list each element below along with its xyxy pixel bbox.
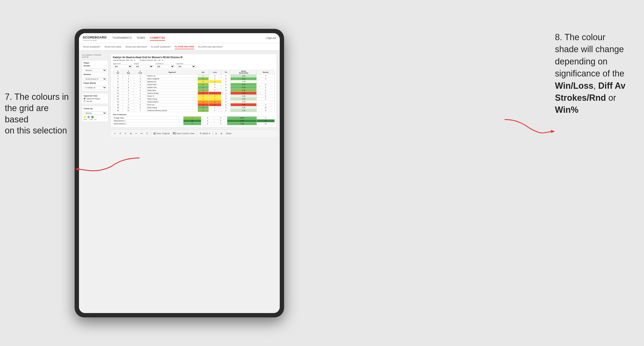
timer-button[interactable]: ⏱ (145, 132, 149, 135)
out-of-division-table: Foreign Team 1 0 0 4.500 2 NAIA Division… (113, 116, 275, 125)
sidebar-player-section: Player Gender Women's Division NCAA Divi… (82, 60, 108, 91)
sidebar-colour-section: Colour by Win/loss Down Level Up (82, 106, 108, 122)
sign-out-link[interactable]: | Sign out (266, 37, 276, 39)
opponent-filter: Opponent (All) (176, 63, 196, 68)
last-updated: Last Updated: 27/03/2024 16:55:38 (82, 54, 108, 58)
divider-1 (151, 132, 151, 135)
sub-nav-team-h2h-grid[interactable]: TEAM H2H GRID (104, 45, 121, 49)
table-row: 1311 Jessica Huang 0 1 0 -3.00 2 (113, 92, 275, 95)
content-area: Katelyn Vo Head-to-Head Grid for Women's… (111, 54, 277, 310)
sidebar-opponent-section: Opponent view Opponents Played Top 100 (82, 93, 108, 104)
nav-committee[interactable]: COMMITTEE (150, 36, 165, 41)
svg-marker-0 (75, 167, 80, 171)
logo-wrap: SCOREBOARD Powered by clippd (83, 35, 108, 41)
opponent-select[interactable]: (All) (176, 65, 196, 68)
table-row: 1822 Euna Lee 0 3 0 -5.00 2 (113, 103, 275, 106)
sub-nav-team-summary[interactable]: TEAM SUMMARY (83, 45, 100, 49)
colour-labels: Down Level Up (84, 119, 107, 120)
top-nav: SCOREBOARD Powered by clippd TOURNAMENTS… (79, 33, 280, 43)
table-row: 914 Sharon Mun 1 0 0 3.67 3 (113, 83, 275, 86)
overall-record: Overall Record: 353 - 34 - 6 (113, 59, 135, 61)
table-row: 1474 Eunice Yi 2 2 0 0.38 9 (113, 95, 275, 98)
col-rounds: Rounds (257, 70, 275, 75)
sub-nav: TEAM SUMMARY TEAM H2H GRID TEAM H2H HEAT… (79, 43, 280, 51)
dot-button[interactable]: ••• (140, 132, 144, 135)
col-tie: Tie (221, 70, 231, 75)
table-row: 633 Sydney Kuo 0 1 0 -1.00 (113, 80, 275, 83)
radio-dot-top100 (84, 100, 86, 102)
colour-legend (84, 116, 107, 118)
divider-2 (197, 132, 197, 135)
annotation-left: 7. The colours in the grid are based on … (5, 91, 72, 136)
table-row: NAIA Division 1 15 0 0 9.267 30 (113, 120, 275, 122)
undo-button[interactable]: ↩ (113, 132, 117, 135)
colour-dot-down (84, 116, 86, 118)
share-button[interactable]: Share (225, 132, 232, 135)
table-row: 522 Alexis Sudjianto 1 0 0 4.00 3 (113, 77, 275, 80)
logo-sub: Powered by clippd (83, 39, 108, 41)
player-rank-label: Player (Rank) (84, 82, 107, 84)
sub-nav-player-summary[interactable]: PLAYER SUMMARY (151, 45, 171, 49)
table-row: 1152 Heejo Hyun 1 0 0 3.33 3 (113, 89, 275, 92)
conference-label: Conference (155, 63, 174, 64)
arrow-left (72, 154, 140, 173)
player-rank-select[interactable]: 8. Katelyn Vo (84, 86, 107, 89)
radio-group: Opponents Played Top 100 (84, 98, 107, 102)
filters-row: Opponents: (All) Region (All) (113, 63, 275, 68)
sub-nav-player-h2h-grid[interactable]: PLAYER H2H GRID (175, 44, 194, 49)
colour-by-select[interactable]: Win/loss (84, 111, 107, 115)
out-of-division-label: Out of division (113, 114, 275, 116)
division-select[interactable]: NCAA Division III (84, 77, 107, 81)
opponents-filter: Opponents: (All) (113, 63, 132, 68)
svg-marker-1 (551, 130, 555, 133)
nav-right: | Sign out (266, 37, 276, 39)
nav-tournaments[interactable]: TOURNAMENTS (112, 36, 132, 41)
col-conf: #Conf (134, 70, 146, 75)
table-row: 1631 Jessica Mason 1 2 0 -0.94 (113, 101, 275, 103)
colour-by-label: Colour by (84, 108, 107, 110)
save-custom-view-button[interactable]: 💾 Save Custom View (172, 132, 195, 135)
toolbar: ↩ ↺ ↻ ⊞ ✂ ••• ⏱ 🖼 View: Original 💾 Save … (111, 129, 277, 137)
logo-text: SCOREBOARD (83, 36, 107, 39)
nav-teams[interactable]: TEAMS (136, 36, 145, 41)
gender-label: Gender (84, 65, 107, 67)
view-original-button[interactable]: 🖼 View: Original (152, 132, 170, 135)
grid-button[interactable]: ⊞ (129, 132, 133, 135)
legend-up: Up (94, 119, 96, 120)
table-row: NCAA Division 2 5 0 0 7.400 10 (113, 122, 275, 125)
redo-right-button[interactable]: ↻ (124, 132, 128, 135)
grid-title: Katelyn Vo Head-to-Head Grid for Women's… (113, 56, 275, 59)
opponent-label: Opponent (176, 63, 196, 64)
radio-opponents-played[interactable]: Opponents Played (84, 98, 107, 100)
conference-filter: Conference (All) (155, 63, 174, 68)
sub-nav-player-h2h-heatmap[interactable]: PLAYER H2H HEATMAP (198, 45, 222, 49)
conference-select[interactable]: (All) (155, 65, 174, 68)
main-grid-box: Katelyn Vo Head-to-Head Grid for Women's… (111, 54, 277, 127)
legend-level: Level (89, 119, 92, 120)
table-row: 20116 Emily Chang 4 1 0 0.30 11 (113, 106, 275, 109)
region-select[interactable]: (All) (134, 65, 153, 68)
nav-items: TOURNAMENTS TEAMS COMMITTEE (112, 36, 266, 41)
cut-button[interactable]: ✂ (134, 132, 138, 135)
legend-down: Down (84, 119, 87, 120)
gender-select[interactable]: Women's (84, 69, 107, 72)
table-row: 20117 Federica Domecq Lacroze 2 1 0 1.33… (113, 109, 275, 112)
table-row: 1585 Stella Cheng 1 1 0 1.25 4 (113, 98, 275, 101)
layout-button-2[interactable]: ⊞ (220, 132, 224, 135)
sidebar: Last Updated: 27/03/2024 16:55:38 Player… (82, 54, 108, 310)
division-record: Division Record: 331 - 34 - 6 (140, 59, 163, 61)
col-win: Win (198, 70, 208, 75)
opponents-select[interactable]: (All) (113, 65, 132, 68)
col-reg: #Reg (123, 70, 134, 75)
table-row: 311 Esther Lee 1 0 1 1.50 4 (113, 75, 275, 77)
opponent-view-label: Opponent view (84, 95, 107, 97)
table-row: Foreign Team 1 0 0 4.500 2 (113, 117, 275, 120)
tablet-screen: SCOREBOARD Powered by clippd TOURNAMENTS… (79, 33, 280, 313)
watch-button[interactable]: 👁 Watch ▾ (198, 132, 211, 135)
redo-left-button[interactable]: ↺ (118, 132, 122, 135)
colour-dot-up (91, 116, 94, 118)
layout-button-1[interactable]: ⊡ (214, 132, 218, 135)
sub-nav-team-h2h-heatmap[interactable]: TEAM H2H HEATMAP (125, 45, 147, 49)
table-row: 1063 Andrea York 2 0 0 4.00 4 (113, 86, 275, 89)
radio-top100[interactable]: Top 100 (84, 100, 107, 102)
